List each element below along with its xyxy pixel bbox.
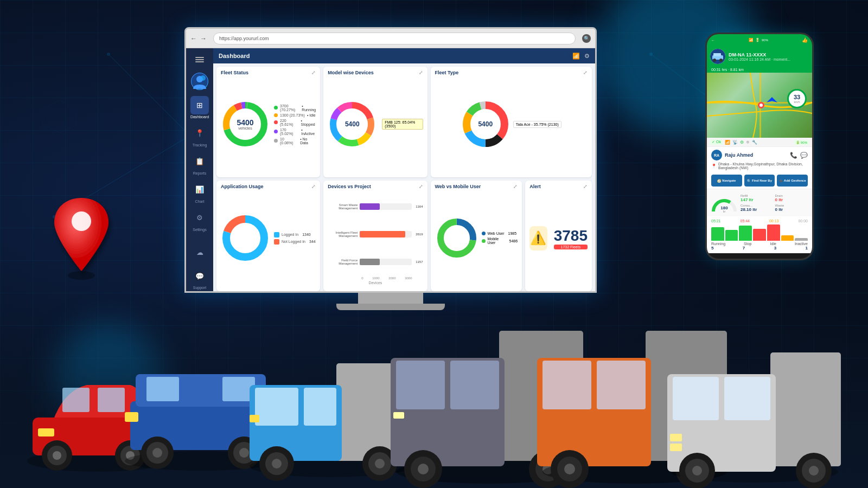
phone-battery-icon: 🔋 <box>755 38 760 42</box>
forward-icon[interactable]: → <box>200 35 207 42</box>
sidebar-label-tracking: Tracking <box>193 143 207 147</box>
model-tooltip-text: FMB 125: 65.04% (3500) <box>385 120 415 128</box>
sidebar-item-chart[interactable]: 📊 Chart <box>189 179 210 205</box>
bar-chart-area: Smart WasteManagement 1164 Intelligent F… <box>328 191 423 277</box>
alert-expand[interactable]: ⤢ <box>583 184 588 189</box>
svg-marker-47 <box>767 97 777 102</box>
bar-track-2 <box>360 231 412 237</box>
sidebar-label-chart: Chart <box>195 200 204 203</box>
alert-card: Alert ⤢ ⚠️ 3785 1732 Fleets <box>525 181 592 291</box>
alert-title: Alert <box>529 184 541 189</box>
fleet-type-donut-label: 5400 <box>478 121 493 127</box>
phone-header: DM-NA 11-XXXX 03-01-2024 11:16 24 AM · m… <box>707 46 812 67</box>
activity-label-idle: Idle <box>770 242 776 246</box>
devices-project-title: Devices vs Project <box>328 184 371 189</box>
not-logged-in-dot <box>274 239 279 245</box>
app-usage-donut <box>221 214 270 262</box>
phone-location-text: Dhaka - Khulna Hwy,Gopinathpur, Dhaka Di… <box>718 162 808 170</box>
model-tooltip: FMB 125: 65.04% (3500) <box>382 119 423 130</box>
model-wise-expand[interactable]: ⤢ <box>419 70 423 75</box>
phone-driver-row: RA Raju Ahmed 📞 💬 <box>711 150 808 160</box>
app-usage-expand[interactable]: ⤢ <box>311 184 316 189</box>
alert-icon-wrapper: ⚠️ <box>529 226 547 251</box>
bar-row-1: Smart WasteManagement 1164 <box>328 203 423 210</box>
status-ac: ❄ <box>746 140 750 145</box>
add-geofence-button[interactable]: ➕ Add Geofence <box>777 175 808 187</box>
settings-icon[interactable]: ⚙ <box>584 53 590 60</box>
status-wifi: 📶 <box>725 140 730 145</box>
web-user-dot <box>482 232 486 235</box>
sidebar-item-dashboard[interactable]: ⊞ Dashboard <box>189 94 210 120</box>
x-tick-1000: 1000 <box>372 277 379 280</box>
sidebar-item-settings[interactable]: ⚙ Settings <box>189 207 210 233</box>
activity-bar-idle <box>781 235 794 241</box>
phone-call-icon[interactable]: 📞 <box>790 152 797 159</box>
web-mobile-expand[interactable]: ⤢ <box>513 184 518 189</box>
fleet-status-body: 5400 vehicles 3700 (70.27%) • Running <box>221 78 316 171</box>
sidebar-item-reports[interactable]: 📋 Reports <box>189 151 210 177</box>
phone-msg-icon[interactable]: 💬 <box>800 152 808 159</box>
fleet-type-label: Tata Ace - 35.75% (2130) <box>513 121 561 128</box>
bar-fill-3 <box>360 259 380 265</box>
fleet-status-expand[interactable]: ⤢ <box>311 70 316 75</box>
nodata-value: 10 (0.08%) <box>280 137 298 145</box>
status-engine: ⚙ <box>740 140 744 145</box>
sidebar-avatar[interactable] <box>191 73 208 90</box>
phone-driver-section: RA Raju Ahmed 📞 💬 📍 Dhaka - Khulna Hwy,G… <box>707 147 812 172</box>
url-bar[interactable]: https://app.yoururl.com <box>213 33 576 44</box>
fleet-type-expand[interactable]: ⤢ <box>583 70 588 75</box>
alert-body: ⚠️ 3785 1732 Fleets <box>529 191 588 285</box>
sidebar-hamburger[interactable] <box>190 52 209 68</box>
app-usage-body: Logged In 1340 Not Logged In 344 <box>221 191 316 285</box>
mobile-user-value: 5486 <box>509 239 518 243</box>
model-wise-title: Model wise Devices <box>328 70 374 75</box>
status-ok: ✓ Ok <box>710 139 723 145</box>
fleet-type-body: 5400 Tata Ace - 35.75% (2130) <box>435 78 588 171</box>
location-pin <box>49 195 114 284</box>
web-mobile-title: Web vs Mobile User <box>435 184 481 189</box>
phone-status-icons: 📶 🔋 90% <box>749 38 768 42</box>
phone-status-left: ← <box>711 38 715 42</box>
find-nearby-button[interactable]: 🔍 Find Near By <box>744 175 775 187</box>
sidebar-item-support[interactable]: 💬 Support <box>189 265 210 291</box>
devices-project-card: Devices vs Project ⤢ Smart WasteManageme… <box>323 181 427 291</box>
bar-track-3 <box>360 259 412 265</box>
status-gps: 📡 <box>732 140 738 145</box>
sidebar-item-cloud[interactable]: ☁ <box>189 241 210 263</box>
alert-count: 3785 <box>554 227 588 245</box>
sidebar-item-tracking[interactable]: 📍 Tracking <box>189 123 210 149</box>
phone-like-icon[interactable]: 👍 <box>802 37 808 43</box>
web-mobile-card: Web vs Mobile User ⤢ <box>431 181 522 291</box>
browser-chrome: ← → https://app.yoururl.com 🔍 <box>186 29 595 48</box>
devices-project-body: Smart WasteManagement 1164 Intelligent F… <box>328 191 423 285</box>
activity-count-values: 5 7 3 1 <box>711 246 808 251</box>
stop-time: 05:44 <box>740 219 750 223</box>
phone-contact-icons: 📞 💬 <box>790 152 808 159</box>
speed-unit: km/h <box>794 100 800 104</box>
sidebar: ⊞ Dashboard 📍 Tracking 📋 Reports 📊 Chart… <box>186 48 213 293</box>
stopped-dot <box>274 120 278 124</box>
fleet-label: vehicles <box>237 126 253 130</box>
activity-label-running: Running <box>711 242 725 246</box>
bar-fill-1 <box>360 203 380 210</box>
idle-label: • Idle <box>307 113 316 117</box>
bottom-right-section: Web vs Mobile User ⤢ <box>431 181 592 291</box>
monitor: ← → https://app.yoururl.com 🔍 <box>184 27 597 314</box>
dashboard-title: Dashboard <box>219 53 250 59</box>
legend-stopped: 220 (5.61%) • Stopped <box>274 119 316 126</box>
bar-track-1 <box>360 203 412 210</box>
idle-dot <box>274 113 278 117</box>
inactive-time: 00:00 <box>798 219 808 223</box>
geofence-label: Add Geofence <box>784 179 806 182</box>
back-icon[interactable]: ← <box>190 35 197 42</box>
logged-in-label: Logged In <box>282 233 298 236</box>
not-logged-in-label: Not Logged In <box>282 240 305 243</box>
svg-point-43 <box>713 59 716 62</box>
x-axis-label: Devices <box>328 281 423 285</box>
navigate-button[interactable]: 🧭 Navigate <box>711 175 742 187</box>
search-icon[interactable]: 🔍 <box>582 34 591 43</box>
mobile-phone: ← 📶 🔋 90% 👍 DM-NA 11-XXXX 0 <box>705 33 814 260</box>
svg-point-44 <box>719 59 723 62</box>
devices-project-expand[interactable]: ⤢ <box>419 184 423 189</box>
fleet-status-header: Fleet Status ⤢ <box>221 70 316 75</box>
